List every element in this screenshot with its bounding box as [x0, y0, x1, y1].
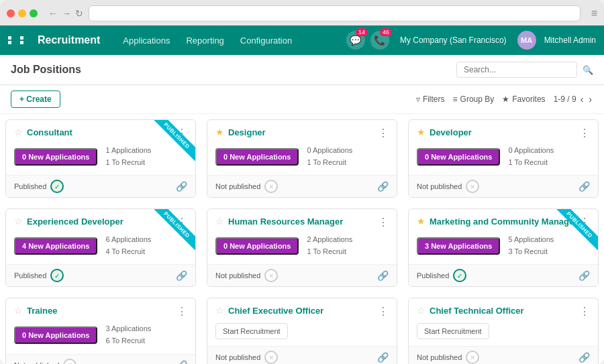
minimize-button[interactable]: [18, 9, 26, 17]
address-bar[interactable]: [89, 5, 581, 21]
card-title[interactable]: Consultant: [27, 127, 72, 137]
job-card-7: ☆ Trainee ⋮ 0 New Applications 3 Applica…: [5, 298, 196, 364]
link-icon[interactable]: 🔗: [377, 270, 389, 281]
to-recruit-count: 1 To Recruit: [307, 246, 352, 258]
card-title[interactable]: Experienced Developer: [27, 217, 123, 227]
start-recruit-button[interactable]: Start Recruitment: [215, 323, 288, 339]
card-title[interactable]: Human Resources Manager: [228, 217, 343, 227]
card-menu-button[interactable]: ⋮: [378, 305, 389, 318]
new-applications-button[interactable]: 0 New Applications: [417, 148, 500, 166]
card-menu-button[interactable]: ⋮: [378, 216, 389, 229]
star-toggle[interactable]: ★: [417, 127, 425, 137]
publish-status: Published ✓: [14, 180, 64, 193]
nav-configuration[interactable]: Configuration: [234, 32, 299, 50]
star-toggle[interactable]: ★: [215, 127, 224, 137]
company-name[interactable]: My Company (San Francisco): [400, 36, 507, 45]
star-toggle[interactable]: ☆: [14, 305, 23, 316]
star-toggle[interactable]: ☆: [215, 216, 224, 227]
ribbon-text: PUBLISHED: [152, 209, 195, 250]
publish-toggle[interactable]: ✕: [466, 180, 479, 193]
maximize-button[interactable]: [30, 9, 38, 17]
apps-grid-icon[interactable]: [8, 36, 31, 44]
browser-menu-icon[interactable]: ≡: [591, 7, 597, 19]
card-menu-button[interactable]: ⋮: [177, 305, 187, 318]
star-toggle[interactable]: ★: [417, 216, 425, 227]
publish-toggle[interactable]: ✓: [50, 269, 64, 282]
card-header: ★ Developer ⋮: [409, 120, 598, 145]
ribbon-text: PUBLISHED: [152, 120, 195, 161]
link-icon[interactable]: 🔗: [578, 181, 590, 192]
publish-toggle[interactable]: ✕: [264, 180, 278, 193]
card-title[interactable]: Designer: [228, 127, 266, 137]
card-title[interactable]: Trainee: [27, 306, 58, 316]
pagination-text: 1-9 / 9: [554, 95, 576, 104]
nav-reporting[interactable]: Reporting: [179, 32, 230, 50]
publish-toggle[interactable]: ✓: [50, 180, 64, 193]
card-title-row: ★ Designer: [215, 127, 266, 137]
forward-button[interactable]: →: [62, 8, 71, 19]
card-title[interactable]: Chief Executive Officer: [228, 306, 323, 316]
star-toggle[interactable]: ☆: [14, 216, 23, 227]
card-title[interactable]: Developer: [430, 127, 472, 137]
link-icon[interactable]: 🔗: [176, 181, 187, 192]
card-footer: Published ✓ 🔗: [6, 264, 195, 286]
new-applications-button[interactable]: 4 New Applications: [14, 237, 97, 255]
star-toggle[interactable]: ☆: [14, 127, 23, 137]
card-menu-button[interactable]: ⋮: [579, 305, 590, 318]
link-icon[interactable]: 🔗: [578, 352, 590, 363]
job-card-9: ☆ Chief Technical Officer ⋮ Start Recrui…: [408, 298, 599, 364]
link-icon[interactable]: 🔗: [578, 270, 590, 281]
publish-status: Not published ✕: [215, 269, 278, 282]
new-applications-button[interactable]: 0 New Applications: [215, 237, 299, 255]
link-icon[interactable]: 🔗: [377, 352, 389, 363]
card-title[interactable]: Chief Technical Officer: [430, 306, 524, 316]
star-toggle[interactable]: ☆: [215, 305, 224, 316]
applications-count: 3 Applications: [105, 323, 151, 335]
messages-badge[interactable]: 💬 14: [346, 31, 365, 50]
star-toggle[interactable]: ☆: [417, 305, 425, 316]
reload-button[interactable]: ↻: [75, 8, 83, 19]
nav-brand[interactable]: Recruitment: [38, 34, 100, 46]
search-input[interactable]: [456, 62, 577, 78]
nav-applications[interactable]: Applications: [116, 32, 177, 50]
to-recruit-count: 4 To Recruit: [105, 246, 151, 258]
filter-icon: ▿: [416, 95, 420, 104]
link-icon[interactable]: 🔗: [377, 181, 389, 192]
favorites-button[interactable]: ★ Favorites: [502, 95, 545, 104]
publish-toggle[interactable]: ✕: [264, 269, 278, 282]
publish-toggle[interactable]: ✕: [466, 351, 479, 364]
close-button[interactable]: [7, 9, 15, 17]
link-icon[interactable]: 🔗: [176, 360, 187, 364]
link-icon[interactable]: 🔗: [176, 270, 187, 281]
user-name[interactable]: Mitchell Admin: [544, 36, 596, 45]
next-page-button[interactable]: ›: [587, 93, 593, 106]
create-button[interactable]: + Create: [11, 90, 60, 108]
user-avatar[interactable]: MA: [517, 31, 536, 50]
prev-page-button[interactable]: ‹: [579, 93, 585, 106]
card-header: ★ Designer ⋮: [207, 120, 397, 145]
activity-badge[interactable]: 📞 46: [370, 31, 389, 50]
card-menu-button[interactable]: ⋮: [378, 127, 389, 139]
new-applications-button[interactable]: 0 New Applications: [14, 148, 97, 166]
card-footer: Not published ✕ 🔗: [409, 346, 598, 364]
publish-toggle[interactable]: ✕: [63, 359, 77, 364]
new-applications-button[interactable]: 3 New Applications: [417, 237, 500, 255]
published-label: Not published: [417, 353, 462, 361]
groupby-button[interactable]: ≡ Group By: [453, 95, 495, 104]
card-footer: Not published ✕ 🔗: [207, 175, 397, 197]
to-recruit-count: 1 To Recruit: [307, 157, 352, 169]
search-icon[interactable]: 🔍: [583, 65, 593, 75]
filters-button[interactable]: ▿ Filters: [416, 95, 445, 104]
publish-toggle[interactable]: ✕: [264, 351, 278, 364]
start-recruit-button[interactable]: Start Recruitment: [417, 323, 489, 339]
card-title-row: ☆ Chief Executive Officer: [215, 305, 323, 316]
card-header: ☆ Trainee ⋮: [6, 298, 195, 323]
new-applications-button[interactable]: 0 New Applications: [215, 148, 299, 166]
new-applications-button[interactable]: 0 New Applications: [14, 326, 97, 344]
publish-status: Not published ✕: [417, 180, 479, 193]
published-label: Not published: [215, 353, 260, 361]
back-button[interactable]: ←: [48, 8, 58, 19]
publish-toggle[interactable]: ✓: [453, 269, 466, 282]
card-menu-button[interactable]: ⋮: [579, 127, 590, 139]
card-body: 0 New Applications 0 Applications 1 To R…: [207, 145, 397, 175]
